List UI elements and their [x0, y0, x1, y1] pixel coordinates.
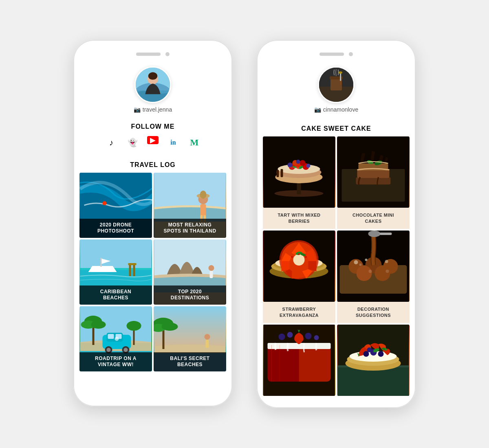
grid-item-caribbean[interactable]: CARIBBEANBEACHES — [79, 239, 152, 305]
svg-rect-19 — [129, 264, 131, 276]
svg-point-114 — [359, 264, 362, 266]
caption-drone: 2020 DRONEPHOTOSHOOT — [79, 219, 152, 238]
food-item-choco[interactable] — [337, 136, 410, 208]
phone-notch-1 — [136, 53, 161, 56]
snapchat-icon[interactable]: 👻 — [126, 136, 139, 149]
medium-icon[interactable]: M — [188, 136, 201, 149]
svg-point-24 — [209, 265, 214, 271]
caption-bali: BALI'S SECRETBEACHES — [154, 352, 226, 371]
linkedin-icon[interactable]: in — [167, 136, 180, 149]
svg-point-50 — [205, 334, 210, 340]
svg-point-107 — [375, 266, 390, 281]
phone-food: 📷 cinnamonlove CAKE SWEET CAKE — [257, 40, 416, 408]
food-item-decoration[interactable] — [337, 231, 410, 302]
food-item-strawberry[interactable] — [263, 231, 335, 302]
svg-rect-25 — [210, 271, 213, 278]
follow-title: FOLLOW ME — [82, 123, 224, 130]
travel-username-row: 📷 travel.jenna — [134, 106, 172, 113]
food-item-extra1[interactable] — [263, 325, 335, 396]
food-cell-tart: TART WITH MIXEDBERRIES — [263, 136, 335, 229]
svg-rect-51 — [206, 340, 209, 348]
grid-item-roadtrip[interactable]: ROADTRIP ON AVINTAGE WW! — [79, 306, 152, 371]
food-username-row: 📷 cinnamonlove — [314, 106, 358, 113]
svg-point-40 — [107, 348, 111, 352]
travel-grid: 2020 DRONEPHOTOSHOOT — [73, 173, 232, 371]
svg-point-11 — [200, 191, 207, 199]
phone-travel: 📷 travel.jenna FOLLOW ME ♪ 👻 ▶ in M TRAV… — [73, 40, 232, 406]
svg-point-132 — [367, 347, 372, 352]
grid-item-destinations[interactable]: TOP 2020DESTINATIONS — [154, 239, 226, 305]
instagram-icon-2: 📷 — [314, 106, 321, 113]
svg-point-122 — [314, 335, 319, 340]
food-cell-extra2 — [337, 325, 410, 396]
food-cell-choco: CHOCOLATE MINICAKES — [337, 136, 410, 229]
svg-rect-82 — [356, 177, 391, 184]
svg-rect-36 — [108, 334, 114, 339]
svg-point-38 — [115, 337, 119, 341]
svg-point-112 — [365, 259, 368, 261]
svg-point-94 — [293, 254, 305, 266]
svg-point-108 — [368, 231, 381, 237]
grid-item-thailand[interactable]: MOST RELAXINGSPOTS IN THAILAND — [154, 173, 226, 238]
food-cell-decoration: DECORATIONSUGGESTIONS — [337, 231, 410, 323]
svg-point-72 — [306, 164, 311, 168]
svg-rect-20 — [133, 264, 135, 276]
svg-point-58 — [339, 71, 342, 74]
youtube-icon[interactable]: ▶ — [147, 136, 159, 144]
svg-rect-57 — [340, 73, 341, 81]
grid-item-drone[interactable]: 2020 DRONEPHOTOSHOOT — [79, 173, 152, 238]
caption-destinations: TOP 2020DESTINATIONS — [154, 285, 226, 305]
food-item-extra2[interactable] — [337, 325, 410, 396]
svg-point-110 — [354, 260, 358, 264]
cake2-svg — [337, 325, 410, 396]
grid-item-bali[interactable]: BALI'S SECRETBEACHES — [154, 306, 226, 371]
svg-point-111 — [385, 260, 388, 263]
travel-avatar-svg — [136, 68, 170, 102]
svg-point-99 — [305, 256, 307, 258]
travel-username: travel.jenna — [143, 106, 172, 113]
tiktok-icon[interactable]: ♪ — [105, 136, 118, 149]
food-avatar — [318, 66, 355, 103]
travel-avatar — [134, 66, 171, 103]
caption-strawberry: STRAWBERRYEXTRAVAGANZA — [263, 302, 335, 323]
svg-rect-18 — [101, 258, 102, 267]
phones-container: 📷 travel.jenna FOLLOW ME ♪ 👻 ▶ in M TRAV… — [57, 24, 432, 424]
phone-camera-1 — [165, 52, 170, 56]
food-grid: TART WITH MIXEDBERRIES — [257, 136, 416, 396]
svg-point-106 — [357, 266, 372, 281]
svg-rect-12 — [200, 204, 206, 216]
svg-point-70 — [300, 160, 306, 166]
svg-rect-125 — [338, 367, 409, 396]
phone-camera-2 — [349, 52, 353, 56]
svg-point-115 — [386, 270, 389, 273]
phone-top-bar-2 — [257, 48, 416, 62]
svg-point-6 — [103, 201, 107, 205]
svg-point-120 — [287, 332, 293, 338]
caption-roadtrip: ROADTRIP ON AVINTAGE WW! — [79, 352, 152, 371]
choco-svg — [337, 136, 410, 208]
food-cell-strawberry: STRAWBERRYEXTRAVAGANZA — [263, 231, 335, 323]
svg-point-98 — [298, 253, 300, 255]
svg-rect-83 — [357, 170, 390, 178]
food-username: cinnamonlove — [323, 106, 358, 113]
svg-point-97 — [291, 256, 293, 258]
svg-point-121 — [305, 333, 312, 339]
svg-rect-76 — [277, 170, 279, 177]
phone-notch-2 — [319, 53, 344, 56]
tart-svg — [263, 136, 335, 208]
travel-profile-section: 📷 travel.jenna — [73, 62, 232, 119]
travel-log-title: TRAVEL LOG — [73, 155, 232, 173]
food-cell-extra1 — [263, 325, 335, 396]
svg-rect-21 — [128, 263, 137, 265]
caption-thailand: MOST RELAXINGSPOTS IN THAILAND — [154, 219, 226, 238]
food-item-tart[interactable] — [263, 136, 335, 208]
cake1-svg — [263, 325, 335, 396]
svg-rect-109 — [380, 233, 392, 235]
svg-point-49 — [162, 323, 178, 331]
svg-point-31 — [91, 321, 106, 329]
caption-choco: CHOCOLATE MINICAKES — [337, 208, 410, 229]
food-profile-section: 📷 cinnamonlove — [257, 62, 416, 119]
caption-decoration: DECORATIONSUGGESTIONS — [337, 302, 410, 323]
svg-point-42 — [124, 348, 128, 352]
food-avatar-svg — [319, 68, 353, 102]
